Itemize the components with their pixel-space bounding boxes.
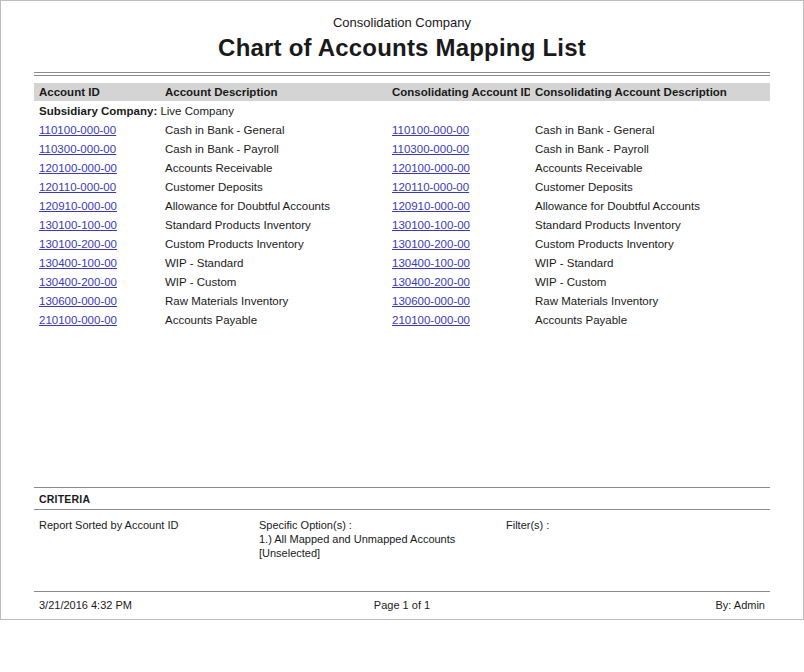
account-id-link[interactable]: 210100-000-00 bbox=[39, 314, 117, 326]
subsidiary-company-group: Subsidiary Company: Live Company bbox=[34, 101, 770, 120]
consolidating-account-id-link[interactable]: 130400-100-00 bbox=[392, 257, 470, 269]
consolidating-account-description: WIP - Custom bbox=[530, 272, 770, 291]
account-description: Standard Products Inventory bbox=[160, 215, 387, 234]
account-id-link[interactable]: 110100-000-00 bbox=[39, 124, 116, 136]
specific-options-line-1: 1.) All Mapped and Unmapped Accounts bbox=[259, 533, 506, 545]
specific-options-line-2: [Unselected] bbox=[259, 547, 506, 559]
consolidating-account-id-link[interactable]: 110300-000-00 bbox=[392, 143, 469, 155]
consolidating-account-id-link[interactable]: 130600-000-00 bbox=[392, 295, 470, 307]
account-id-link[interactable]: 120110-000-00 bbox=[39, 181, 116, 193]
content-spacer bbox=[34, 329, 770, 487]
table-row: 130400-200-00WIP - Custom130400-200-00WI… bbox=[34, 272, 770, 291]
account-id-link-cell: 130400-100-00 bbox=[34, 253, 160, 272]
account-id-link-cell: 130100-200-00 bbox=[34, 234, 160, 253]
account-id-link[interactable]: 130400-100-00 bbox=[39, 257, 117, 269]
criteria-filters-label: Filter(s) : bbox=[506, 519, 765, 559]
column-header-account-description: Account Description bbox=[160, 83, 387, 101]
consolidating-account-description: Cash in Bank - Payroll bbox=[530, 139, 770, 158]
table-row: 120110-000-00Customer Deposits120110-000… bbox=[34, 177, 770, 196]
subsidiary-company-label: Subsidiary Company: bbox=[39, 105, 157, 117]
account-description: Custom Products Inventory bbox=[160, 234, 387, 253]
account-id-link[interactable]: 120910-000-00 bbox=[39, 200, 117, 212]
consolidating-account-description: Standard Products Inventory bbox=[530, 215, 770, 234]
account-id-link[interactable]: 130600-000-00 bbox=[39, 295, 117, 307]
accounts-table-body: 110100-000-00Cash in Bank - General11010… bbox=[34, 120, 770, 329]
consolidating-account-id-link[interactable]: 210100-000-00 bbox=[392, 314, 470, 326]
consolidating-account-description: Raw Materials Inventory bbox=[530, 291, 770, 310]
consolidating-account-id-link-cell: 110300-000-00 bbox=[387, 139, 530, 158]
company-name: Consolidation Company bbox=[34, 15, 770, 30]
account-id-link-cell: 210100-000-00 bbox=[34, 310, 160, 329]
consolidating-account-id-link-cell: 120910-000-00 bbox=[387, 196, 530, 215]
criteria-specific-options: Specific Option(s) : 1.) All Mapped and … bbox=[259, 519, 506, 559]
column-header-consolidating-account-description: Consolidating Account Description bbox=[530, 83, 770, 101]
table-row: 120910-000-00Allowance for Doubtful Acco… bbox=[34, 196, 770, 215]
account-id-link[interactable]: 130100-100-00 bbox=[39, 219, 117, 231]
column-header-account-id: Account ID bbox=[34, 83, 160, 101]
consolidating-account-id-link[interactable]: 130100-100-00 bbox=[392, 219, 470, 231]
account-description: Raw Materials Inventory bbox=[160, 291, 387, 310]
consolidating-account-id-link[interactable]: 120100-000-00 bbox=[392, 162, 470, 174]
consolidating-account-description: Allowance for Doubtful Accounts bbox=[530, 196, 770, 215]
accounts-mapping-table: Account ID Account Description Consolida… bbox=[34, 83, 770, 329]
account-id-link-cell: 130600-000-00 bbox=[34, 291, 160, 310]
consolidating-account-id-link[interactable]: 110100-000-00 bbox=[392, 124, 469, 136]
account-id-link-cell: 110300-000-00 bbox=[34, 139, 160, 158]
report-page: Consolidation Company Chart of Accounts … bbox=[0, 0, 804, 620]
account-id-link[interactable]: 110300-000-00 bbox=[39, 143, 116, 155]
table-row: 120100-000-00Accounts Receivable120100-0… bbox=[34, 158, 770, 177]
consolidating-account-id-link-cell: 120110-000-00 bbox=[387, 177, 530, 196]
account-description: Accounts Receivable bbox=[160, 158, 387, 177]
table-row: 130100-100-00Standard Products Inventory… bbox=[34, 215, 770, 234]
title-divider bbox=[34, 72, 770, 76]
account-id-link[interactable]: 130100-200-00 bbox=[39, 238, 117, 250]
table-row: 110300-000-00Cash in Bank - Payroll11030… bbox=[34, 139, 770, 158]
consolidating-account-description: WIP - Standard bbox=[530, 253, 770, 272]
consolidating-account-id-link-cell: 130400-100-00 bbox=[387, 253, 530, 272]
consolidating-account-id-link-cell: 110100-000-00 bbox=[387, 120, 530, 139]
consolidating-account-id-link-cell: 130100-200-00 bbox=[387, 234, 530, 253]
account-id-link[interactable]: 130400-200-00 bbox=[39, 276, 117, 288]
account-description: Customer Deposits bbox=[160, 177, 387, 196]
subsidiary-company-value: Live Company bbox=[160, 105, 234, 117]
table-row: 130400-100-00WIP - Standard130400-100-00… bbox=[34, 253, 770, 272]
table-row: 110100-000-00Cash in Bank - General11010… bbox=[34, 120, 770, 139]
account-id-link[interactable]: 120100-000-00 bbox=[39, 162, 117, 174]
report-title: Chart of Accounts Mapping List bbox=[34, 34, 770, 62]
table-header-row: Account ID Account Description Consolida… bbox=[34, 83, 770, 101]
consolidating-account-description: Cash in Bank - General bbox=[530, 120, 770, 139]
footer-datetime: 3/21/2016 4:32 PM bbox=[39, 599, 281, 611]
consolidating-account-description: Custom Products Inventory bbox=[530, 234, 770, 253]
group-row: Subsidiary Company: Live Company bbox=[34, 101, 770, 120]
consolidating-account-id-link-cell: 130100-100-00 bbox=[387, 215, 530, 234]
account-description: Cash in Bank - Payroll bbox=[160, 139, 387, 158]
footer-spacer bbox=[34, 563, 770, 591]
table-row: 210100-000-00Accounts Payable210100-000-… bbox=[34, 310, 770, 329]
account-id-link-cell: 130400-200-00 bbox=[34, 272, 160, 291]
account-description: WIP - Custom bbox=[160, 272, 387, 291]
consolidating-account-id-link[interactable]: 130400-200-00 bbox=[392, 276, 470, 288]
table-row: 130100-200-00Custom Products Inventory13… bbox=[34, 234, 770, 253]
account-id-link-cell: 130100-100-00 bbox=[34, 215, 160, 234]
consolidating-account-id-link-cell: 210100-000-00 bbox=[387, 310, 530, 329]
footer-page-number: Page 1 of 1 bbox=[281, 599, 523, 611]
criteria-sort-text: Report Sorted by Account ID bbox=[39, 519, 259, 559]
column-header-consolidating-account-id: Consolidating Account ID bbox=[387, 83, 530, 101]
report-footer: 3/21/2016 4:32 PM Page 1 of 1 By: Admin bbox=[34, 591, 770, 611]
account-description: Accounts Payable bbox=[160, 310, 387, 329]
consolidating-account-description: Accounts Receivable bbox=[530, 158, 770, 177]
criteria-section: CRITERIA Report Sorted by Account ID Spe… bbox=[34, 487, 770, 563]
specific-options-label: Specific Option(s) : bbox=[259, 519, 506, 531]
consolidating-account-id-link[interactable]: 120110-000-00 bbox=[392, 181, 469, 193]
account-description: WIP - Standard bbox=[160, 253, 387, 272]
criteria-row: Report Sorted by Account ID Specific Opt… bbox=[34, 510, 770, 563]
footer-printed-by: By: Admin bbox=[523, 599, 765, 611]
account-id-link-cell: 120100-000-00 bbox=[34, 158, 160, 177]
account-description: Cash in Bank - General bbox=[160, 120, 387, 139]
consolidating-account-id-link[interactable]: 120910-000-00 bbox=[392, 200, 470, 212]
consolidating-account-id-link[interactable]: 130100-200-00 bbox=[392, 238, 470, 250]
account-description: Allowance for Doubtful Accounts bbox=[160, 196, 387, 215]
consolidating-account-description: Accounts Payable bbox=[530, 310, 770, 329]
account-id-link-cell: 110100-000-00 bbox=[34, 120, 160, 139]
consolidating-account-description: Customer Deposits bbox=[530, 177, 770, 196]
